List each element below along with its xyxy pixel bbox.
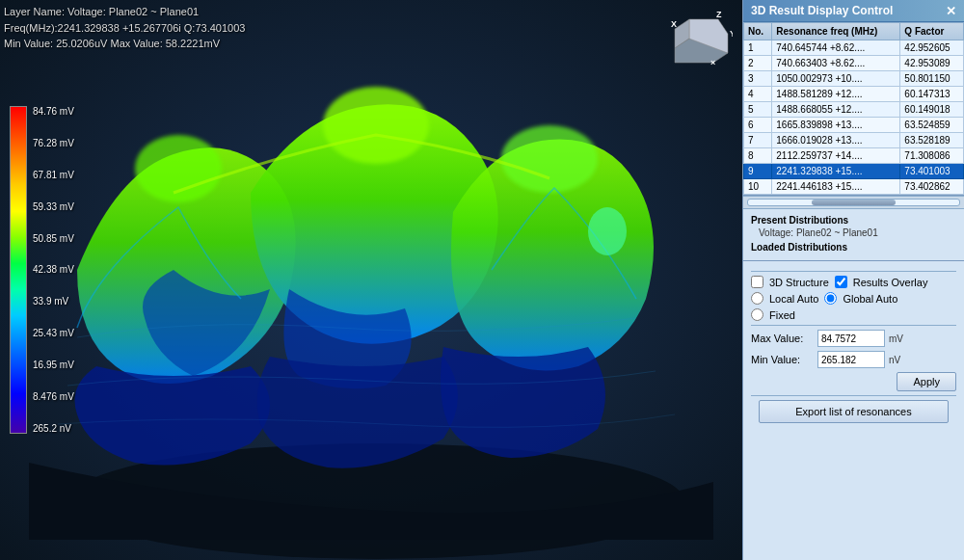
- table-row[interactable]: 4 1488.581289 +12.... 60.147313: [744, 87, 964, 102]
- row-q: 63.524859: [900, 118, 964, 133]
- row-freq: 1665.839898 +13....: [772, 118, 900, 133]
- table-row[interactable]: 7 1666.019028 +13.... 63.528189: [744, 133, 964, 148]
- radio-row-fixed: Fixed: [751, 308, 956, 321]
- legend-label: 8.476 mV: [33, 391, 74, 402]
- divider-1: [751, 271, 956, 272]
- min-value-input[interactable]: [817, 351, 885, 368]
- row-no: 2: [744, 56, 772, 71]
- radio-global-auto[interactable]: [824, 292, 837, 305]
- row-no: 10: [744, 179, 772, 195]
- distributions-title: Present Distributions: [751, 215, 956, 226]
- min-max-label: Min Value: 25.0206uV Max Value: 58.2221m…: [4, 36, 245, 52]
- row-q: 60.147313: [900, 87, 964, 102]
- panel-title: 3D Result Display Control: [751, 4, 893, 17]
- present-distributions: Voltage: Plane02 ~ Plane01: [751, 227, 956, 238]
- legend-label: 33.9 mV: [33, 296, 74, 307]
- row-q: 63.528189: [900, 133, 964, 148]
- legend-label: 42.38 mV: [33, 264, 74, 275]
- control-panel: 3D Result Display Control ✕ No. Resonanc…: [742, 0, 964, 560]
- legend-label: 76.28 mV: [33, 138, 74, 148]
- checkbox-row-3d: 3D Structure Results Overlay: [751, 276, 956, 288]
- col-freq-header: Resonance freq (MHz): [772, 23, 900, 40]
- viz-panel: Layer Name: Voltage: Plane02 ~ Plane01 F…: [0, 0, 742, 560]
- svg-text:X: X: [671, 19, 677, 29]
- panel-close-button[interactable]: ✕: [946, 5, 956, 17]
- row-q: 42.952605: [900, 40, 964, 56]
- min-unit: nV: [889, 355, 900, 365]
- row-freq: 740.645744 +8.62....: [772, 40, 900, 56]
- resonance-table: No. Resonance freq (MHz) Q Factor 1 740.…: [743, 22, 964, 195]
- scrollbar-track[interactable]: [747, 199, 960, 206]
- svg-text:Z: Z: [716, 10, 722, 19]
- table-scrollbar[interactable]: [743, 196, 964, 209]
- orientation-cube: Z Y X ×: [670, 10, 733, 67]
- table-row[interactable]: 6 1665.839898 +13.... 63.524859: [744, 118, 964, 133]
- radio-row-local: Local Auto Global Auto: [751, 292, 956, 305]
- max-value-row: Max Value: mV: [751, 330, 956, 347]
- min-value-row: Min Value: nV: [751, 351, 956, 368]
- row-freq: 2241.446183 +15....: [772, 179, 900, 195]
- row-no: 7: [744, 133, 772, 148]
- row-no: 9: [744, 164, 772, 179]
- svg-point-3: [323, 87, 429, 164]
- legend-label: 16.95 mV: [33, 360, 74, 370]
- legend-label: 50.85 mV: [33, 233, 74, 244]
- legend-label: 67.81 mV: [33, 170, 74, 180]
- svg-point-4: [501, 125, 598, 193]
- col-no-header: No.: [744, 23, 772, 40]
- table-row[interactable]: 2 740.663403 +8.62.... 42.953089: [744, 56, 964, 71]
- checkbox-3d-label[interactable]: 3D Structure: [769, 277, 829, 288]
- row-freq: 740.663403 +8.62....: [772, 56, 900, 71]
- options-section: 3D Structure Results Overlay Local Auto …: [743, 261, 964, 433]
- divider-2: [751, 325, 956, 326]
- row-q: 50.801150: [900, 71, 964, 87]
- radio-fixed[interactable]: [751, 308, 763, 321]
- legend-label: 59.33 mV: [33, 201, 74, 212]
- row-freq: 1666.019028 +13....: [772, 133, 900, 148]
- svg-text:×: ×: [710, 58, 715, 67]
- table-row[interactable]: 10 2241.446183 +15.... 73.402862: [744, 179, 964, 195]
- freq-label: Freq(MHz):2241.329838 +15.267706i Q:73.4…: [4, 20, 245, 37]
- export-button[interactable]: Export list of resonances: [759, 400, 949, 423]
- radio-local-label[interactable]: Local Auto: [769, 293, 818, 305]
- resonance-table-body: 1 740.645744 +8.62.... 42.9526052 740.66…: [744, 40, 964, 195]
- legend-label: 265.2 nV: [33, 423, 74, 434]
- row-freq: 1488.581289 +12....: [772, 87, 900, 102]
- radio-local-auto[interactable]: [751, 292, 763, 305]
- apply-button[interactable]: Apply: [897, 372, 956, 391]
- max-unit: mV: [889, 333, 903, 344]
- main-container: Layer Name: Voltage: Plane02 ~ Plane01 F…: [0, 0, 964, 560]
- panel-title-bar: 3D Result Display Control ✕: [743, 0, 964, 22]
- layer-name-label: Layer Name: Voltage: Plane02 ~ Plane01: [4, 4, 245, 20]
- radio-global-label[interactable]: Global Auto: [843, 293, 897, 305]
- row-q: 60.149018: [900, 102, 964, 118]
- table-row[interactable]: 1 740.645744 +8.62.... 42.952605: [744, 40, 964, 56]
- max-value-input[interactable]: [817, 330, 885, 347]
- row-no: 3: [744, 71, 772, 87]
- table-row[interactable]: 8 2112.259737 +14.... 71.308086: [744, 148, 964, 164]
- color-legend: 84.76 mV76.28 mV67.81 mV59.33 mV50.85 mV…: [10, 106, 27, 434]
- legend-label: 25.43 mV: [33, 328, 74, 338]
- row-no: 1: [744, 40, 772, 56]
- legend-label: 84.76 mV: [33, 106, 74, 117]
- row-freq: 1488.668055 +12....: [772, 102, 900, 118]
- radio-fixed-label[interactable]: Fixed: [769, 309, 795, 321]
- checkbox-3d-structure[interactable]: [751, 276, 763, 288]
- row-q: 73.402862: [900, 179, 964, 195]
- row-q: 42.953089: [900, 56, 964, 71]
- checkbox-results-overlay[interactable]: [835, 276, 847, 288]
- row-freq: 1050.002973 +10....: [772, 71, 900, 87]
- table-row[interactable]: 3 1050.002973 +10.... 50.801150: [744, 71, 964, 87]
- row-no: 5: [744, 102, 772, 118]
- table-row[interactable]: 9 2241.329838 +15.... 73.401003: [744, 164, 964, 179]
- divider-3: [751, 395, 956, 396]
- loaded-distributions-label: Loaded Distributions: [751, 242, 956, 253]
- distributions-section: Present Distributions Voltage: Plane02 ~…: [743, 209, 964, 261]
- table-row[interactable]: 5 1488.668055 +12.... 60.149018: [744, 102, 964, 118]
- max-value-label: Max Value:: [751, 333, 814, 344]
- scrollbar-thumb[interactable]: [812, 200, 897, 205]
- row-q: 73.401003: [900, 164, 964, 179]
- viz-svg: [0, 0, 742, 560]
- checkbox-results-label[interactable]: Results Overlay: [853, 277, 928, 288]
- viz-header: Layer Name: Voltage: Plane02 ~ Plane01 F…: [4, 4, 245, 52]
